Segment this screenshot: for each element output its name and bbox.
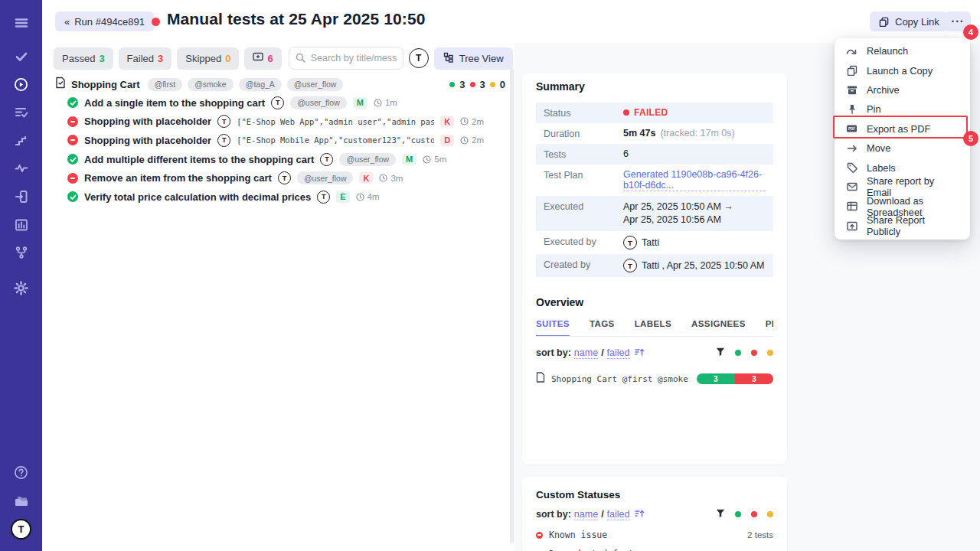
test-row[interactable]: Verify total price calculation with deci… <box>67 187 505 207</box>
filter-funnel-icon[interactable] <box>716 346 725 360</box>
legend-skipped-dot[interactable] <box>767 511 773 517</box>
hamburger-menu-icon[interactable] <box>13 15 30 31</box>
assignee-avatar[interactable]: T <box>409 48 429 68</box>
panel-scrollbar[interactable] <box>510 67 514 543</box>
suite-tag[interactable]: @tag_A <box>239 78 282 91</box>
activity-icon[interactable] <box>13 160 30 177</box>
sort-direction-icon[interactable] <box>635 507 645 521</box>
test-tag[interactable]: @user_flow <box>339 153 396 166</box>
tab-labels[interactable]: LABELS <box>635 319 671 336</box>
sort-by-name-link[interactable]: name <box>574 347 598 359</box>
suite-failed-count: 3 <box>480 79 485 90</box>
copy-link-button[interactable]: Copy Link <box>870 11 948 31</box>
menu-item-download-spreadsheet[interactable]: Download as Spreadsheet <box>835 197 970 216</box>
failed-status-icon <box>67 116 78 127</box>
menu-item-label: Share Report Publicly <box>867 214 959 237</box>
summary-rows: Status FAILED Duration 5m 47s(tracked: 1… <box>536 103 773 277</box>
legend-failed-dot[interactable] <box>751 511 757 517</box>
filter-funnel-icon[interactable] <box>716 507 725 521</box>
projects-folder-icon[interactable] <box>13 493 30 510</box>
tree-view-button[interactable]: Tree View <box>434 47 513 70</box>
test-plan-link[interactable]: Generated 1190e08b-ca96-4f26-b10f-d6dc..… <box>623 169 766 191</box>
sort-separator: / <box>601 347 603 358</box>
test-runs-icon[interactable] <box>13 76 30 93</box>
relaunch-icon <box>846 45 858 57</box>
summary-title: Summary <box>536 80 773 93</box>
requirements-icon[interactable] <box>13 188 30 205</box>
menu-item-relaunch[interactable]: Relaunch <box>835 41 970 60</box>
search-input[interactable] <box>289 47 403 70</box>
test-tag[interactable]: @user_flow <box>297 171 354 184</box>
comments-count: 6 <box>267 53 273 64</box>
summary-row-executed-by: Executed by TTatti <box>536 231 773 254</box>
overview-suite-row[interactable]: Shopping Cart @first @smoke … 3 3 <box>536 372 773 386</box>
test-row[interactable]: Add a single item to the shopping cart T… <box>67 93 505 112</box>
test-row[interactable]: Shopping with placeholder T ["E-Shop Mob… <box>67 131 505 150</box>
menu-item-move[interactable]: Move <box>835 139 970 158</box>
menu-item-launch-copy[interactable]: Launch a Copy <box>835 60 970 80</box>
filter-failed-button[interactable]: Failed 3 <box>119 47 172 70</box>
legend-skipped-dot[interactable] <box>767 350 773 356</box>
legend-passed-dot[interactable] <box>735 511 741 517</box>
test-row[interactable]: Add multiple different items to the shop… <box>67 150 505 169</box>
milestone-badge: K <box>440 116 454 127</box>
menu-item-pin[interactable]: Pin <box>835 99 970 119</box>
test-title: Shopping with placeholder <box>84 116 211 127</box>
sort-by-failed-link[interactable]: failed <box>607 509 630 520</box>
failed-status-icon <box>67 135 78 145</box>
skipped-count: 0 <box>225 53 230 64</box>
passed-count: 3 <box>99 53 104 64</box>
test-tag[interactable]: @user_flow <box>290 96 347 109</box>
filter-comments-button[interactable]: 6 <box>244 47 281 70</box>
analytics-icon[interactable] <box>13 217 30 233</box>
test-row[interactable]: Shopping with placeholder T ["E-Shop Web… <box>67 112 505 132</box>
overview-sort-row: sort by: name / failed <box>536 346 773 360</box>
suite-header-row[interactable]: Shopping Cart @first @smoke @tag_A @user… <box>55 77 505 92</box>
test-cases-icon[interactable] <box>13 48 30 65</box>
test-duration: 2m <box>472 135 484 145</box>
custom-status-row[interactable]: Known issue 2 tests <box>536 530 773 540</box>
suite-results-bar[interactable]: 3 3 <box>697 373 773 384</box>
suite-tag[interactable]: @user_flow <box>287 78 344 91</box>
summary-row-status: Status FAILED <box>536 103 773 123</box>
user-avatar-logo[interactable]: T <box>11 519 31 540</box>
custom-status-count: 2 tests <box>747 530 773 540</box>
tab-tags[interactable]: TAGS <box>590 319 615 336</box>
suite-skipped-count: 0 <box>500 79 505 90</box>
menu-item-share-publicly[interactable]: Share Report Publicly <box>835 217 970 236</box>
run-back-button[interactable]: « Run #494ce891 <box>55 11 154 31</box>
test-row[interactable]: Remove an item from the shopping cart T … <box>67 168 505 187</box>
filter-skipped-button[interactable]: Skipped 0 <box>177 47 239 70</box>
filter-passed-button[interactable]: Passed 3 <box>54 47 113 70</box>
clock-icon <box>460 136 469 145</box>
shared-steps-icon[interactable] <box>13 132 30 149</box>
legend-passed-dot[interactable] <box>735 350 741 356</box>
user-avatar: T <box>623 259 637 272</box>
passed-dot <box>449 82 455 87</box>
custom-statuses-sort-row: sort by: name / failed <box>536 507 773 521</box>
tab-priority[interactable]: PRIORITY <box>766 319 773 336</box>
sort-by-name-link[interactable]: name <box>574 509 598 520</box>
suite-tag[interactable]: @smoke <box>188 78 234 91</box>
legend-failed-dot[interactable] <box>751 350 757 356</box>
menu-item-share-email[interactable]: Share report by Email <box>835 178 970 197</box>
annotation-badge-4: 4 <box>963 24 978 40</box>
suite-tag[interactable]: @first <box>148 78 183 91</box>
comment-icon <box>253 52 263 64</box>
duration-note: (tracked: 17m 0s) <box>660 128 734 139</box>
milestones-icon[interactable] <box>13 244 30 261</box>
menu-item-labels[interactable]: Labels <box>835 158 970 177</box>
menu-item-archive[interactable]: Archive <box>835 80 970 99</box>
tab-assignees[interactable]: ASSIGNEES <box>691 319 746 336</box>
tab-suites[interactable]: SUITES <box>536 319 570 337</box>
sort-by-failed-link[interactable]: failed <box>607 347 630 359</box>
sort-direction-icon[interactable] <box>635 346 645 360</box>
reviews-icon[interactable] <box>13 104 30 121</box>
executed-by-label: Executed by <box>544 236 623 247</box>
settings-gear-icon[interactable] <box>13 279 30 296</box>
test-list: Add a single item to the shopping cart T… <box>67 93 505 207</box>
passed-status-icon <box>67 191 78 202</box>
help-icon[interactable] <box>13 464 30 481</box>
menu-item-export-pdf[interactable]: PDF Export as PDF <box>835 119 970 139</box>
pdf-icon: PDF <box>846 123 858 135</box>
